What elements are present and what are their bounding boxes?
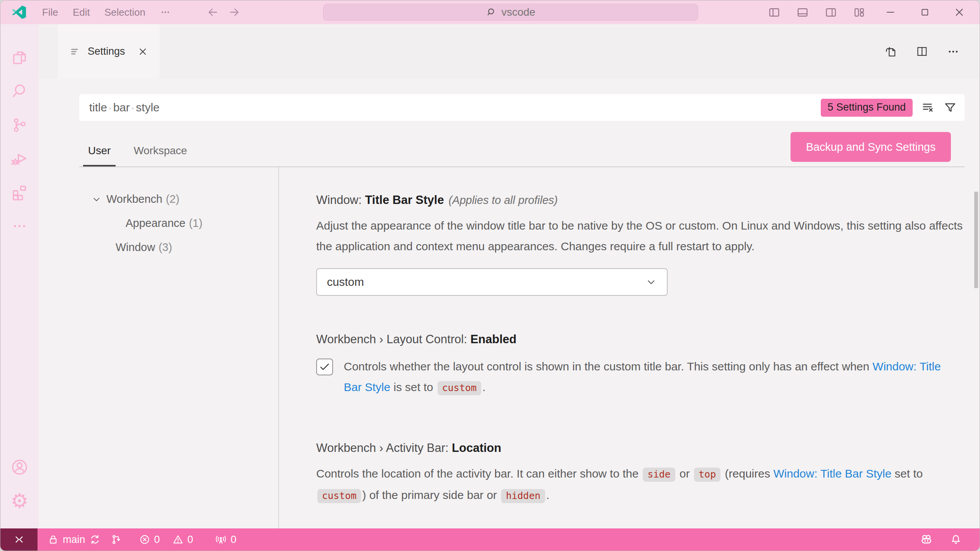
- menu-file[interactable]: File: [36, 5, 64, 20]
- chevron-down-icon[interactable]: [90, 194, 103, 204]
- more-menus-icon[interactable]: [154, 5, 176, 20]
- run-debug-icon[interactable]: [0, 142, 39, 176]
- setting-name: Enabled: [470, 333, 517, 346]
- code-chip: hidden: [501, 489, 545, 503]
- results-count-badge: 5 Settings Found: [821, 99, 913, 117]
- description-text: or: [676, 467, 693, 480]
- setting-name: Location: [452, 441, 501, 455]
- menu-edit[interactable]: Edit: [67, 5, 96, 20]
- titlebar: File Edit Selection vscode: [0, 0, 980, 24]
- setting-title-window-title-bar-style: Window: Title Bar Style(Applies to all p…: [316, 193, 965, 207]
- filter-icon[interactable]: [943, 101, 957, 114]
- toc-label: Appearance: [126, 217, 185, 230]
- tab-settings[interactable]: Settings: [58, 24, 160, 79]
- error-icon: [139, 534, 150, 545]
- editor-group: Settings: [39, 24, 980, 528]
- layout-control-checkbox[interactable]: [316, 359, 333, 375]
- editor-scrollbar[interactable]: [974, 192, 978, 288]
- explorer-icon[interactable]: [0, 41, 39, 75]
- customize-layout-icon[interactable]: [845, 0, 873, 24]
- toc-item-appearance[interactable]: Appearance (1): [79, 211, 278, 235]
- maximize-icon[interactable]: [908, 0, 942, 24]
- account-icon[interactable]: [10, 450, 29, 484]
- search-icon[interactable]: [0, 75, 39, 108]
- toc-item-workbench[interactable]: Workbench (2): [79, 187, 278, 211]
- setting-link[interactable]: Window: Title Bar Style: [773, 467, 891, 480]
- settings-toc: Workbench (2) Appearance (1) Window (3): [79, 167, 279, 528]
- bell-icon[interactable]: [950, 533, 962, 546]
- setting-scope-note: (Applies to all profiles): [449, 194, 558, 206]
- titlebar-right: [760, 0, 980, 24]
- toc-count: (3): [158, 241, 172, 254]
- open-settings-json-icon[interactable]: [884, 45, 897, 58]
- setting-title-activity-bar-location: Workbench › Activity Bar: Location: [316, 441, 965, 455]
- close-icon[interactable]: [942, 0, 977, 24]
- setting-title-layout-control-enabled: Workbench › Layout Control: Enabled: [316, 333, 965, 346]
- minimize-icon[interactable]: [873, 0, 908, 24]
- select-value: custom: [327, 276, 364, 289]
- settings-search-toolbar: 5 Settings Found: [821, 99, 957, 117]
- problems-indicator[interactable]: 0 0: [139, 534, 193, 546]
- workbench-main: ⚙ Settings: [0, 24, 980, 528]
- settings-gear-icon[interactable]: ⚙: [10, 484, 29, 518]
- menu-selection[interactable]: Selection: [99, 5, 151, 20]
- title-bar-style-select[interactable]: custom: [316, 268, 668, 296]
- ports-count: 0: [231, 534, 237, 546]
- setting-description: Controls the location of the activity ba…: [316, 463, 964, 506]
- split-editor-icon[interactable]: [916, 45, 928, 58]
- go-forward-icon[interactable]: [228, 6, 241, 19]
- vscode-window: File Edit Selection vscode: [0, 0, 980, 551]
- scope-tab-workspace[interactable]: Workspace: [129, 137, 192, 166]
- close-tab-icon[interactable]: [137, 46, 148, 57]
- more-icon[interactable]: [0, 209, 39, 243]
- more-actions-icon[interactable]: [947, 45, 960, 58]
- chevron-down-icon: [645, 276, 657, 288]
- remote-indicator-icon[interactable]: [0, 528, 38, 551]
- status-bar: main 0 0: [0, 528, 980, 551]
- clear-search-results-icon[interactable]: [921, 101, 935, 114]
- extensions-icon[interactable]: [0, 176, 39, 209]
- command-center-search[interactable]: vscode: [323, 4, 698, 21]
- toggle-secondary-sidebar-icon[interactable]: [817, 0, 845, 24]
- sync-icon: [89, 534, 101, 545]
- toc-label: Workbench: [106, 193, 162, 205]
- setting-category: Workbench › Layout Control:: [316, 333, 470, 346]
- scope-tab-user[interactable]: User: [83, 137, 116, 166]
- menubar: File Edit Selection: [36, 5, 176, 20]
- code-chip: custom: [317, 489, 361, 503]
- setting-category: Workbench › Activity Bar:: [316, 441, 452, 455]
- toggle-panel-icon[interactable]: [788, 0, 817, 24]
- warning-count: 0: [188, 534, 193, 546]
- error-count: 0: [154, 534, 160, 546]
- backup-sync-settings-button[interactable]: Backup and Sync Settings: [791, 132, 951, 162]
- settings-search-input[interactable]: title·bar·style 5 Settings Found: [79, 94, 965, 121]
- code-chip: top: [694, 468, 720, 482]
- settings-search-value: title·bar·style: [89, 101, 160, 114]
- git-pull-request-icon[interactable]: [111, 534, 122, 545]
- toc-count: (1): [189, 217, 202, 230]
- description-text: .: [482, 381, 485, 393]
- code-chip: custom: [438, 381, 481, 395]
- description-text: Controls whether the layout control is s…: [344, 360, 872, 373]
- activity-bar: ⚙: [0, 24, 39, 528]
- description-text: set to: [892, 467, 923, 480]
- toc-item-window[interactable]: Window (3): [79, 235, 278, 259]
- tab-strip: Settings: [39, 24, 980, 79]
- setting-description: Controls whether the layout control is s…: [344, 356, 941, 398]
- toc-count: (2): [166, 193, 179, 205]
- go-back-icon[interactable]: [206, 6, 219, 19]
- source-control-icon[interactable]: [0, 108, 39, 142]
- setting-description: Adjust the appearance of the window titl…: [316, 215, 964, 257]
- ports-indicator[interactable]: 0: [215, 533, 237, 546]
- description-text: is set to: [390, 381, 436, 393]
- broadcast-icon: [215, 533, 227, 546]
- description-text: .: [546, 489, 549, 501]
- editor-actions: [884, 45, 980, 58]
- description-text: ) of the primary side bar or: [362, 489, 500, 501]
- copilot-icon[interactable]: [920, 533, 933, 546]
- tab-label: Settings: [88, 46, 125, 57]
- branch-indicator[interactable]: main: [47, 534, 101, 546]
- command-center-placeholder: vscode: [501, 6, 536, 18]
- toggle-primary-sidebar-icon[interactable]: [760, 0, 788, 24]
- search-icon: [486, 7, 497, 18]
